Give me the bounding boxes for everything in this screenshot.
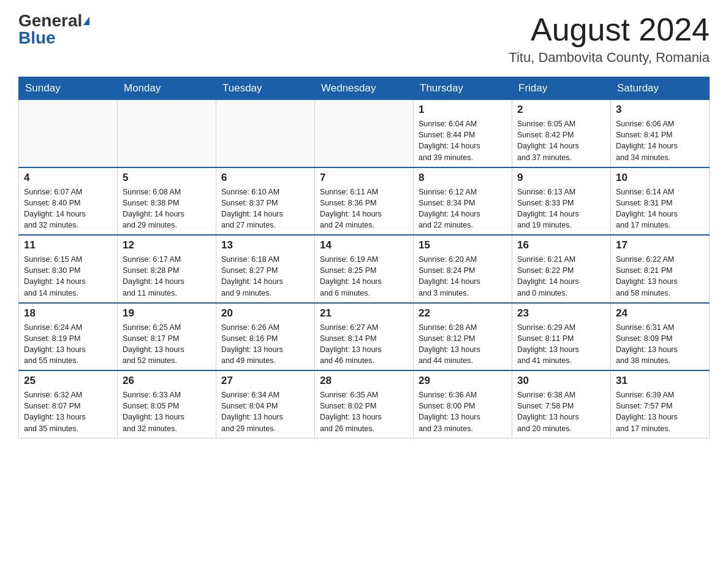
day-info: Sunrise: 6:11 AM Sunset: 8:36 PM Dayligh… [320, 186, 408, 231]
calendar-header-thursday: Thursday [414, 77, 512, 100]
calendar-cell: 4Sunrise: 6:07 AM Sunset: 8:40 PM Daylig… [19, 167, 118, 236]
day-number: 3 [616, 104, 704, 116]
day-number: 6 [221, 172, 309, 184]
calendar-cell: 8Sunrise: 6:12 AM Sunset: 8:34 PM Daylig… [414, 167, 512, 236]
day-info: Sunrise: 6:25 AM Sunset: 8:17 PM Dayligh… [123, 322, 211, 367]
day-info: Sunrise: 6:10 AM Sunset: 8:37 PM Dayligh… [221, 186, 309, 231]
calendar-week-3: 11Sunrise: 6:15 AM Sunset: 8:30 PM Dayli… [19, 235, 710, 303]
day-info: Sunrise: 6:20 AM Sunset: 8:24 PM Dayligh… [419, 254, 507, 299]
day-info: Sunrise: 6:21 AM Sunset: 8:22 PM Dayligh… [517, 254, 605, 299]
calendar-cell: 5Sunrise: 6:08 AM Sunset: 8:38 PM Daylig… [118, 167, 216, 236]
calendar-cell [118, 100, 216, 167]
day-info: Sunrise: 6:27 AM Sunset: 8:14 PM Dayligh… [320, 322, 408, 367]
day-number: 29 [419, 375, 507, 387]
day-info: Sunrise: 6:05 AM Sunset: 8:42 PM Dayligh… [517, 118, 605, 163]
calendar-header-sunday: Sunday [19, 77, 118, 100]
day-info: Sunrise: 6:36 AM Sunset: 8:00 PM Dayligh… [419, 389, 507, 434]
day-info: Sunrise: 6:34 AM Sunset: 8:04 PM Dayligh… [221, 389, 309, 434]
day-number: 17 [616, 239, 704, 251]
day-number: 11 [24, 239, 112, 251]
location-title: Titu, Dambovita County, Romania [509, 50, 710, 66]
day-number: 30 [517, 375, 605, 387]
day-info: Sunrise: 6:31 AM Sunset: 8:09 PM Dayligh… [616, 322, 704, 367]
day-info: Sunrise: 6:06 AM Sunset: 8:41 PM Dayligh… [616, 118, 704, 163]
calendar-cell: 19Sunrise: 6:25 AM Sunset: 8:17 PM Dayli… [118, 303, 216, 371]
calendar-cell [315, 100, 414, 167]
day-number: 15 [419, 239, 507, 251]
day-number: 14 [320, 239, 408, 251]
day-info: Sunrise: 6:32 AM Sunset: 8:07 PM Dayligh… [24, 389, 112, 434]
calendar-cell: 12Sunrise: 6:17 AM Sunset: 8:28 PM Dayli… [118, 235, 216, 303]
calendar-cell: 14Sunrise: 6:19 AM Sunset: 8:25 PM Dayli… [315, 235, 414, 303]
day-number: 16 [517, 239, 605, 251]
calendar-cell: 28Sunrise: 6:35 AM Sunset: 8:02 PM Dayli… [315, 370, 414, 438]
day-number: 19 [123, 307, 211, 320]
calendar-cell: 17Sunrise: 6:22 AM Sunset: 8:21 PM Dayli… [611, 235, 710, 303]
day-info: Sunrise: 6:24 AM Sunset: 8:19 PM Dayligh… [24, 322, 112, 367]
calendar-cell: 11Sunrise: 6:15 AM Sunset: 8:30 PM Dayli… [19, 235, 118, 303]
day-info: Sunrise: 6:33 AM Sunset: 8:05 PM Dayligh… [123, 389, 211, 434]
day-number: 28 [320, 375, 408, 387]
day-info: Sunrise: 6:08 AM Sunset: 8:38 PM Dayligh… [123, 186, 211, 231]
day-info: Sunrise: 6:28 AM Sunset: 8:12 PM Dayligh… [419, 322, 507, 367]
day-number: 20 [221, 307, 309, 320]
day-info: Sunrise: 6:13 AM Sunset: 8:33 PM Dayligh… [517, 186, 605, 231]
calendar-cell: 16Sunrise: 6:21 AM Sunset: 8:22 PM Dayli… [512, 235, 611, 303]
day-number: 25 [24, 375, 112, 387]
day-number: 21 [320, 307, 408, 320]
day-number: 10 [616, 172, 704, 184]
day-number: 27 [221, 375, 309, 387]
calendar-cell: 3Sunrise: 6:06 AM Sunset: 8:41 PM Daylig… [611, 100, 710, 167]
day-info: Sunrise: 6:38 AM Sunset: 7:58 PM Dayligh… [517, 389, 605, 434]
calendar-cell: 31Sunrise: 6:39 AM Sunset: 7:57 PM Dayli… [611, 370, 710, 438]
day-number: 26 [123, 375, 211, 387]
calendar-week-1: 1Sunrise: 6:04 AM Sunset: 8:44 PM Daylig… [19, 100, 710, 167]
logo-general: General [18, 12, 82, 29]
logo: General Blue [18, 12, 89, 47]
calendar-cell: 23Sunrise: 6:29 AM Sunset: 8:11 PM Dayli… [512, 303, 611, 371]
day-number: 18 [24, 307, 112, 320]
month-title: August 2024 [509, 12, 710, 47]
logo-blue: Blue [18, 29, 56, 47]
day-info: Sunrise: 6:12 AM Sunset: 8:34 PM Dayligh… [419, 186, 507, 231]
day-number: 7 [320, 172, 408, 184]
calendar-cell: 24Sunrise: 6:31 AM Sunset: 8:09 PM Dayli… [611, 303, 710, 371]
calendar-header-wednesday: Wednesday [315, 77, 414, 100]
day-info: Sunrise: 6:35 AM Sunset: 8:02 PM Dayligh… [320, 389, 408, 434]
calendar-cell: 26Sunrise: 6:33 AM Sunset: 8:05 PM Dayli… [118, 370, 216, 438]
calendar-cell: 6Sunrise: 6:10 AM Sunset: 8:37 PM Daylig… [216, 167, 315, 236]
calendar-header-row: SundayMondayTuesdayWednesdayThursdayFrid… [19, 77, 710, 100]
calendar-cell [19, 100, 118, 167]
day-number: 4 [24, 172, 112, 184]
calendar-cell: 21Sunrise: 6:27 AM Sunset: 8:14 PM Dayli… [315, 303, 414, 371]
calendar-cell: 22Sunrise: 6:28 AM Sunset: 8:12 PM Dayli… [414, 303, 512, 371]
day-info: Sunrise: 6:04 AM Sunset: 8:44 PM Dayligh… [419, 118, 507, 163]
calendar-header-monday: Monday [118, 77, 216, 100]
day-number: 9 [517, 172, 605, 184]
calendar-cell: 20Sunrise: 6:26 AM Sunset: 8:16 PM Dayli… [216, 303, 315, 371]
day-number: 2 [517, 104, 605, 116]
calendar-cell: 29Sunrise: 6:36 AM Sunset: 8:00 PM Dayli… [414, 370, 512, 438]
day-info: Sunrise: 6:18 AM Sunset: 8:27 PM Dayligh… [221, 254, 309, 299]
day-number: 12 [123, 239, 211, 251]
calendar-cell: 7Sunrise: 6:11 AM Sunset: 8:36 PM Daylig… [315, 167, 414, 236]
calendar-cell: 10Sunrise: 6:14 AM Sunset: 8:31 PM Dayli… [611, 167, 710, 236]
day-number: 13 [221, 239, 309, 251]
day-info: Sunrise: 6:17 AM Sunset: 8:28 PM Dayligh… [123, 254, 211, 299]
calendar: SundayMondayTuesdayWednesdayThursdayFrid… [18, 77, 710, 439]
calendar-cell: 13Sunrise: 6:18 AM Sunset: 8:27 PM Dayli… [216, 235, 315, 303]
day-number: 22 [419, 307, 507, 320]
calendar-week-2: 4Sunrise: 6:07 AM Sunset: 8:40 PM Daylig… [19, 167, 710, 236]
day-number: 1 [419, 104, 507, 116]
day-info: Sunrise: 6:19 AM Sunset: 8:25 PM Dayligh… [320, 254, 408, 299]
calendar-header-tuesday: Tuesday [216, 77, 315, 100]
day-number: 8 [419, 172, 507, 184]
calendar-week-5: 25Sunrise: 6:32 AM Sunset: 8:07 PM Dayli… [19, 370, 710, 438]
calendar-cell: 2Sunrise: 6:05 AM Sunset: 8:42 PM Daylig… [512, 100, 611, 167]
calendar-header-saturday: Saturday [611, 77, 710, 100]
day-number: 31 [616, 375, 704, 387]
day-number: 23 [517, 307, 605, 320]
day-info: Sunrise: 6:07 AM Sunset: 8:40 PM Dayligh… [24, 186, 112, 231]
calendar-cell: 18Sunrise: 6:24 AM Sunset: 8:19 PM Dayli… [19, 303, 118, 371]
day-number: 24 [616, 307, 704, 320]
